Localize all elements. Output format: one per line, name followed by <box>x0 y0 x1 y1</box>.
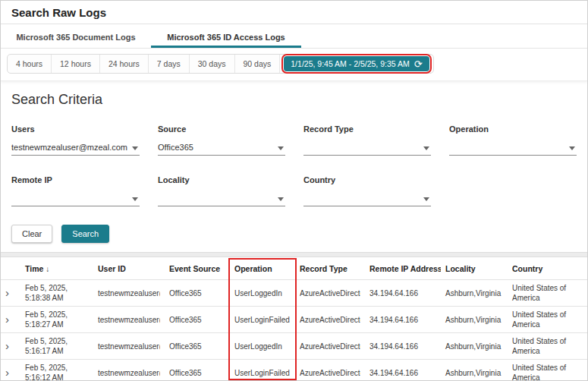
chevron-down-icon[interactable] <box>132 197 138 201</box>
cell-remote-ip: 34.194.64.166 <box>365 280 441 307</box>
column-header-event-source[interactable]: Event Source <box>165 257 230 280</box>
operation-field: Operation <box>449 124 577 156</box>
chevron-down-icon[interactable] <box>278 197 284 201</box>
cell-record-type: AzureActiveDirectoryStsLogon <box>295 307 365 333</box>
cell-user-id: testnewmzealuser@mzeal.com <box>93 307 165 333</box>
column-header-time[interactable]: Time↓ <box>20 257 93 280</box>
column-header-user-id[interactable]: User ID <box>93 257 165 280</box>
source-select[interactable]: Office365 <box>158 140 285 156</box>
cell-user-id: testnewmzealuser@mzeal.com <box>93 360 165 381</box>
chevron-down-icon[interactable] <box>278 146 284 150</box>
cell-operation: UserLoginFailed <box>230 360 295 381</box>
remote-ip-select[interactable] <box>11 191 140 206</box>
column-header-record-type[interactable]: Record Type <box>295 257 365 280</box>
criteria-actions: Clear Search <box>11 225 577 243</box>
time-filter-7-days[interactable]: 7 days <box>149 55 190 73</box>
remote-ip-field: Remote IP <box>11 175 140 206</box>
expand-row-button[interactable]: › <box>5 367 9 377</box>
section-divider <box>1 252 587 257</box>
chevron-down-icon[interactable] <box>569 146 575 150</box>
search-criteria-heading: Search Criteria <box>11 92 577 108</box>
users-field: Users testnewmzealuser@mzeal.com <box>11 124 140 156</box>
time-header-label: Time <box>25 264 43 273</box>
cell-record-type: AzureActiveDirectoryStsLogon <box>295 333 365 360</box>
locality-select[interactable] <box>158 191 285 206</box>
table-row[interactable]: › Feb 5, 2025, 5:18:38 AM testnewmzealus… <box>1 280 587 307</box>
country-field: Country <box>303 175 431 206</box>
remote-ip-label: Remote IP <box>11 175 140 184</box>
time-range-button-group: 4 hours 12 hours 24 hours 7 days 30 days… <box>7 54 434 74</box>
results-table: Time↓ User ID Event Source Operation Rec… <box>1 257 587 380</box>
expand-row-button[interactable]: › <box>5 288 9 298</box>
date-range-label: 1/1/25, 9:45 AM - 2/5/25, 9:35 AM <box>291 59 409 68</box>
time-filter-24-hours[interactable]: 24 hours <box>100 55 149 73</box>
cell-operation: UserLoggedIn <box>230 280 295 307</box>
chevron-down-icon[interactable] <box>132 146 138 150</box>
clear-button[interactable]: Clear <box>11 225 52 243</box>
cell-user-id: testnewmzealuser@mzeal.com <box>93 333 165 360</box>
expand-column-header <box>1 257 20 280</box>
operation-select[interactable] <box>449 140 577 156</box>
table-header-row: Time↓ User ID Event Source Operation Rec… <box>1 257 587 280</box>
table-row[interactable]: › Feb 5, 2025, 5:18:27 AM testnewmzealus… <box>1 307 587 333</box>
cell-time: Feb 5, 2025, 5:18:27 AM <box>20 307 93 333</box>
column-header-country[interactable]: Country <box>508 257 587 280</box>
cell-operation: UserLoginFailed <box>230 307 295 333</box>
time-filter-4-hours[interactable]: 4 hours <box>8 55 52 73</box>
cell-locality: Ashburn,Virginia <box>441 360 508 381</box>
cell-remote-ip: 34.194.64.166 <box>365 360 441 381</box>
results-table-section: Time↓ User ID Event Source Operation Rec… <box>1 257 587 380</box>
operation-label: Operation <box>449 124 577 134</box>
log-type-tabs: Microsoft 365 Document Logs Microsoft 36… <box>1 24 587 49</box>
empty-grid-cell <box>449 175 577 206</box>
search-raw-logs-page: Search Raw Logs Microsoft 365 Document L… <box>0 0 588 381</box>
source-value: Office365 <box>158 143 193 152</box>
time-filter-90-days[interactable]: 90 days <box>235 55 281 73</box>
users-select[interactable]: testnewmzealuser@mzeal.com <box>11 140 140 156</box>
cell-country: United States of America <box>508 360 587 381</box>
chevron-down-icon[interactable] <box>423 197 429 201</box>
cell-country: United States of America <box>508 333 587 360</box>
column-header-remote-ip[interactable]: Remote IP Address <box>365 257 441 280</box>
time-filter-12-hours[interactable]: 12 hours <box>52 55 100 73</box>
cell-remote-ip: 34.194.64.166 <box>365 333 441 360</box>
cell-remote-ip: 34.194.64.166 <box>365 307 441 333</box>
tab-id-access-logs[interactable]: Microsoft 365 ID Access Logs <box>151 24 301 48</box>
column-header-locality[interactable]: Locality <box>441 257 508 280</box>
cell-event-source: Office365 <box>165 280 230 307</box>
time-filter-30-days[interactable]: 30 days <box>190 55 235 73</box>
column-header-operation[interactable]: Operation <box>230 257 295 280</box>
page-title: Search Raw Logs <box>1 1 587 24</box>
locality-field: Locality <box>158 175 285 206</box>
criteria-fields-row1: Users testnewmzealuser@mzeal.com Source … <box>11 124 577 206</box>
expand-row-button[interactable]: › <box>5 341 9 351</box>
cell-country: United States of America <box>508 307 587 333</box>
cell-country: United States of America <box>508 280 587 307</box>
cell-time: Feb 5, 2025, 5:16:17 AM <box>20 333 93 360</box>
cell-event-source: Office365 <box>165 307 230 333</box>
refresh-icon[interactable]: ⟳ <box>414 59 423 69</box>
tab-document-logs[interactable]: Microsoft 365 Document Logs <box>1 24 151 48</box>
country-select[interactable] <box>303 191 431 206</box>
table-row[interactable]: › Feb 5, 2025, 5:16:12 AM testnewmzealus… <box>1 360 587 381</box>
cell-locality: Ashburn,Virginia <box>441 333 508 360</box>
sort-descending-icon[interactable]: ↓ <box>46 265 49 273</box>
cell-operation: UserLoggedIn <box>230 333 295 360</box>
cell-locality: Ashburn,Virginia <box>441 280 508 307</box>
custom-date-range-button[interactable]: 1/1/25, 9:45 AM - 2/5/25, 9:35 AM ⟳ <box>284 56 429 71</box>
search-button[interactable]: Search <box>61 225 109 243</box>
users-label: Users <box>11 124 140 134</box>
cell-event-source: Office365 <box>165 333 230 360</box>
cell-user-id: testnewmzealuser@mzeal.com <box>93 280 165 307</box>
cell-record-type: AzureActiveDirectoryStsLogon <box>295 360 365 381</box>
record-type-select[interactable] <box>303 140 431 156</box>
cell-record-type: AzureActiveDirectoryStsLogon <box>295 280 365 307</box>
table-row[interactable]: › Feb 5, 2025, 5:16:17 AM testnewmzealus… <box>1 333 587 360</box>
users-value: testnewmzealuser@mzeal.com <box>11 143 127 152</box>
chevron-down-icon[interactable] <box>423 146 429 150</box>
country-label: Country <box>303 175 431 184</box>
locality-label: Locality <box>158 175 285 184</box>
expand-row-button[interactable]: › <box>5 314 9 324</box>
cell-event-source: Office365 <box>165 360 230 381</box>
record-type-field: Record Type <box>303 124 431 156</box>
